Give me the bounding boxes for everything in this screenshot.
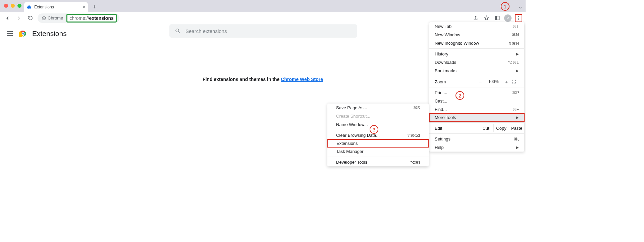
- chrome-web-store-link[interactable]: Chrome Web Store: [281, 77, 323, 82]
- overflow-menu-button[interactable]: [515, 14, 522, 22]
- menu-settings[interactable]: Settings⌘,: [429, 135, 524, 143]
- svg-rect-3: [495, 16, 497, 20]
- zoom-value: 100%: [485, 79, 501, 84]
- share-icon[interactable]: [472, 14, 479, 22]
- zoom-in-button[interactable]: +: [501, 79, 512, 85]
- edit-copy[interactable]: Copy: [493, 124, 509, 132]
- submenu-name-window[interactable]: Name Window...: [327, 120, 429, 129]
- edit-paste[interactable]: Paste: [509, 124, 524, 132]
- window-controls: [4, 4, 21, 8]
- chevron-right-icon: ▶: [516, 52, 519, 56]
- submenu-save-as[interactable]: Save Page As...⌘S: [327, 104, 429, 112]
- chrome-logo-icon: [19, 29, 28, 38]
- submenu-task-manager[interactable]: Task Manager: [327, 147, 429, 156]
- titlebar: Extensions × + ⌄: [0, 0, 526, 12]
- url-highlight: chrome://extensions: [66, 14, 117, 23]
- submenu-dev-tools[interactable]: Developer Tools⌥⌘I: [327, 158, 429, 166]
- search-icon: [175, 28, 181, 34]
- chevron-right-icon: ▶: [516, 146, 519, 149]
- tab-title: Extensions: [34, 5, 54, 9]
- menu-zoom: Zoom − 100% +: [429, 77, 524, 86]
- empty-state-text: Find extensions and themes in the: [203, 77, 281, 82]
- menu-new-window[interactable]: New Window⌘N: [429, 31, 524, 39]
- extension-icon: [27, 5, 32, 9]
- titlebar-right: ⌄: [518, 3, 523, 10]
- menu-help[interactable]: Help▶: [429, 143, 524, 152]
- close-window-button[interactable]: [4, 4, 8, 8]
- close-tab-button[interactable]: ×: [83, 4, 85, 10]
- submenu-create-shortcut: Create Shortcut...: [327, 112, 429, 120]
- url-prefix: chrome://: [69, 15, 89, 21]
- back-button[interactable]: [3, 14, 11, 22]
- zoom-window-button[interactable]: [17, 4, 21, 8]
- search-extensions-input[interactable]: Search extensions: [169, 24, 357, 38]
- menu-incognito[interactable]: New Incognito Window⇧⌘N: [429, 39, 524, 47]
- browser-tab[interactable]: Extensions ×: [24, 2, 88, 12]
- svg-point-4: [518, 16, 519, 17]
- edit-cut[interactable]: Cut: [478, 124, 493, 132]
- side-panel-icon[interactable]: [493, 14, 501, 22]
- svg-point-5: [518, 17, 519, 18]
- url-path: extensions: [89, 15, 114, 21]
- search-placeholder: Search extensions: [185, 28, 227, 34]
- site-chip: Chrome: [40, 15, 65, 21]
- overflow-menu: New Tab⌘T New Window⌘N New Incognito Win…: [429, 22, 524, 152]
- page-title: Extensions: [32, 30, 67, 38]
- more-tools-submenu: Save Page As...⌘S Create Shortcut... Nam…: [327, 104, 429, 166]
- avatar-letter: P: [506, 16, 509, 20]
- svg-point-6: [518, 19, 519, 20]
- menu-downloads[interactable]: Downloads⌥⌘L: [429, 58, 524, 67]
- submenu-clear-data[interactable]: Clear Browsing Data...⇧⌘⌫: [327, 131, 429, 139]
- menu-cast[interactable]: Cast...: [429, 97, 524, 105]
- omnibox[interactable]: Chrome chrome://extensions: [38, 13, 119, 23]
- menu-print[interactable]: Print...⌘P: [429, 88, 524, 97]
- menu-find[interactable]: Find...⌘F: [429, 105, 524, 114]
- kebab-icon: [516, 15, 521, 21]
- chevron-right-icon: ▶: [516, 69, 519, 73]
- minimize-window-button[interactable]: [11, 4, 15, 8]
- menu-more-tools[interactable]: More Tools▶: [429, 113, 525, 122]
- hamburger-icon[interactable]: [7, 30, 14, 37]
- site-chip-label: Chrome: [48, 15, 63, 21]
- reload-button[interactable]: [26, 14, 34, 22]
- profile-avatar[interactable]: P: [504, 14, 512, 22]
- forward-button[interactable]: [15, 14, 23, 22]
- chevron-right-icon: ▶: [516, 116, 519, 119]
- menu-new-tab[interactable]: New Tab⌘T: [429, 22, 524, 31]
- svg-line-11: [178, 32, 180, 33]
- zoom-out-button[interactable]: −: [475, 79, 485, 85]
- svg-point-10: [176, 29, 179, 32]
- menu-bookmarks[interactable]: Bookmarks▶: [429, 67, 524, 75]
- new-tab-button[interactable]: +: [90, 2, 99, 12]
- menu-edit: Edit Cut Copy Paste: [429, 124, 524, 132]
- menu-history[interactable]: History▶: [429, 50, 524, 58]
- chrome-glyph-icon: [42, 16, 46, 21]
- tab-overflow-button[interactable]: ⌄: [518, 3, 523, 10]
- fullscreen-button[interactable]: [512, 79, 522, 84]
- bookmark-star-icon[interactable]: [483, 14, 490, 22]
- svg-point-1: [43, 17, 45, 19]
- submenu-extensions[interactable]: Extensions: [327, 139, 429, 148]
